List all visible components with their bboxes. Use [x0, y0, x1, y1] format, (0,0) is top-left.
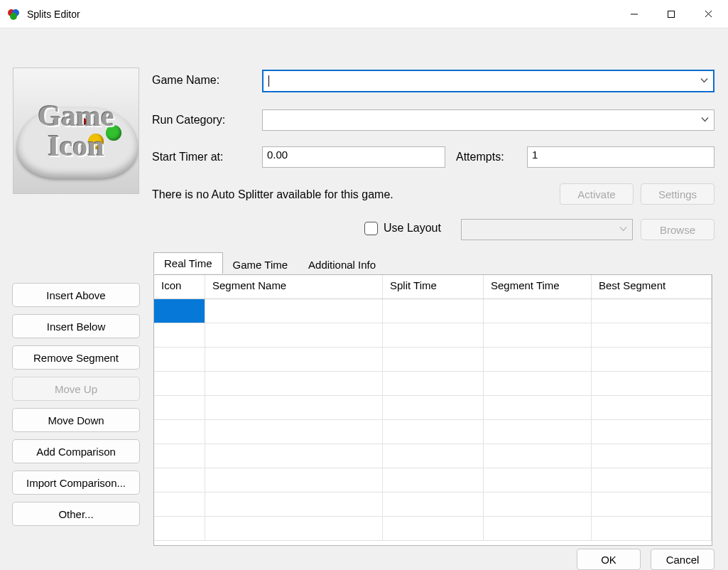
table-row[interactable] — [154, 372, 712, 396]
cell-icon[interactable] — [154, 299, 205, 323]
autosplitter-message: There is no Auto Splitter available for … — [152, 188, 393, 201]
cell-split-time[interactable] — [383, 372, 484, 395]
minimize-button[interactable] — [616, 1, 653, 28]
cell-best-segment[interactable] — [592, 299, 712, 323]
import-comparison-button[interactable]: Import Comparison... — [12, 470, 140, 495]
cell-icon[interactable] — [154, 468, 205, 492]
cell-icon[interactable] — [154, 396, 205, 419]
cell-split-time[interactable] — [383, 396, 484, 419]
cell-icon[interactable] — [154, 420, 205, 443]
cell-best-segment[interactable] — [592, 372, 712, 395]
game-name-combo[interactable] — [262, 70, 715, 92]
cancel-button[interactable]: Cancel — [651, 549, 715, 570]
cell-segment-name[interactable] — [205, 323, 383, 347]
col-segment-name[interactable]: Segment Name — [205, 275, 383, 299]
insert-above-button[interactable]: Insert Above — [12, 283, 140, 307]
cell-segment-time[interactable] — [484, 517, 592, 540]
chevron-down-icon — [700, 75, 709, 87]
table-row[interactable] — [154, 420, 712, 444]
cell-segment-name[interactable] — [205, 420, 383, 443]
run-category-combo[interactable] — [262, 109, 715, 131]
cell-best-segment[interactable] — [592, 517, 712, 540]
insert-below-button[interactable]: Insert Below — [12, 314, 140, 338]
cell-segment-time[interactable] — [484, 323, 592, 347]
cell-icon[interactable] — [154, 348, 205, 371]
cell-icon[interactable] — [154, 517, 205, 540]
start-timer-at-input[interactable]: 0.00 — [262, 146, 445, 168]
cell-segment-time[interactable] — [484, 444, 592, 468]
use-layout-label: Use Layout — [384, 222, 441, 235]
cell-best-segment[interactable] — [592, 444, 712, 468]
table-row[interactable] — [154, 323, 712, 348]
cell-segment-time[interactable] — [484, 372, 592, 395]
cell-icon[interactable] — [154, 323, 205, 347]
tab-game-time[interactable]: Game Time — [222, 255, 299, 274]
cell-split-time[interactable] — [383, 444, 484, 468]
cell-segment-time[interactable] — [484, 493, 592, 516]
cell-split-time[interactable] — [383, 468, 484, 492]
cell-segment-time[interactable] — [484, 420, 592, 443]
segments-grid[interactable]: Icon Segment Name Split Time Segment Tim… — [153, 274, 712, 546]
cell-split-time[interactable] — [383, 348, 484, 371]
table-row[interactable] — [154, 444, 712, 468]
cell-segment-time[interactable] — [484, 468, 592, 492]
svg-rect-4 — [668, 11, 675, 17]
other-button[interactable]: Other... — [12, 502, 140, 526]
move-down-button[interactable]: Move Down — [12, 408, 140, 432]
cell-best-segment[interactable] — [592, 493, 712, 516]
use-layout-checkbox[interactable] — [364, 222, 378, 235]
cell-best-segment[interactable] — [592, 396, 712, 419]
col-best-segment[interactable]: Best Segment — [592, 275, 712, 299]
cell-best-segment[interactable] — [592, 323, 712, 347]
cell-segment-name[interactable] — [205, 517, 383, 540]
table-row[interactable] — [154, 396, 712, 420]
cell-best-segment[interactable] — [592, 420, 712, 443]
game-icon[interactable]: GameIcon — [13, 68, 139, 194]
activate-button: Activate — [560, 183, 634, 205]
cell-icon[interactable] — [154, 444, 205, 468]
cell-segment-time[interactable] — [484, 396, 592, 419]
add-comparison-button[interactable]: Add Comparison — [12, 439, 140, 463]
cell-segment-name[interactable] — [205, 348, 383, 371]
cell-icon[interactable] — [154, 372, 205, 395]
maximize-button[interactable] — [653, 1, 690, 28]
cell-segment-time[interactable] — [484, 299, 592, 323]
cell-segment-time[interactable] — [484, 348, 592, 371]
table-row[interactable] — [154, 348, 712, 372]
game-icon-label: GameIcon — [38, 101, 114, 161]
cell-best-segment[interactable] — [592, 468, 712, 492]
table-row[interactable] — [154, 468, 712, 493]
game-name-label: Game Name: — [152, 74, 219, 87]
tab-additional-info[interactable]: Additional Info — [298, 255, 386, 274]
table-row[interactable] — [154, 299, 712, 323]
cell-icon[interactable] — [154, 493, 205, 516]
browse-button: Browse — [641, 219, 715, 240]
app-icon — [7, 8, 20, 21]
cell-split-time[interactable] — [383, 493, 484, 516]
cell-segment-name[interactable] — [205, 396, 383, 419]
grid-body[interactable] — [154, 299, 712, 545]
attempts-input[interactable]: 1 — [527, 146, 715, 168]
col-segment-time[interactable]: Segment Time — [484, 275, 592, 299]
close-button[interactable] — [690, 1, 727, 28]
cell-best-segment[interactable] — [592, 348, 712, 371]
table-row[interactable] — [154, 517, 712, 541]
cell-segment-name[interactable] — [205, 468, 383, 492]
cell-segment-name[interactable] — [205, 444, 383, 468]
cell-segment-name[interactable] — [205, 299, 383, 323]
table-row[interactable] — [154, 493, 712, 517]
svg-point-2 — [10, 13, 17, 20]
run-category-label: Run Category: — [152, 114, 225, 127]
cell-split-time[interactable] — [383, 323, 484, 347]
cell-segment-name[interactable] — [205, 493, 383, 516]
cell-split-time[interactable] — [383, 299, 484, 323]
cell-segment-name[interactable] — [205, 372, 383, 395]
col-split-time[interactable]: Split Time — [383, 275, 484, 299]
tab-real-time[interactable]: Real Time — [153, 252, 223, 274]
remove-segment-button[interactable]: Remove Segment — [12, 345, 140, 370]
col-icon[interactable]: Icon — [154, 275, 205, 299]
ok-button[interactable]: OK — [577, 549, 641, 570]
cell-split-time[interactable] — [383, 420, 484, 443]
cell-split-time[interactable] — [383, 517, 484, 540]
start-timer-at-label: Start Timer at: — [152, 151, 223, 163]
